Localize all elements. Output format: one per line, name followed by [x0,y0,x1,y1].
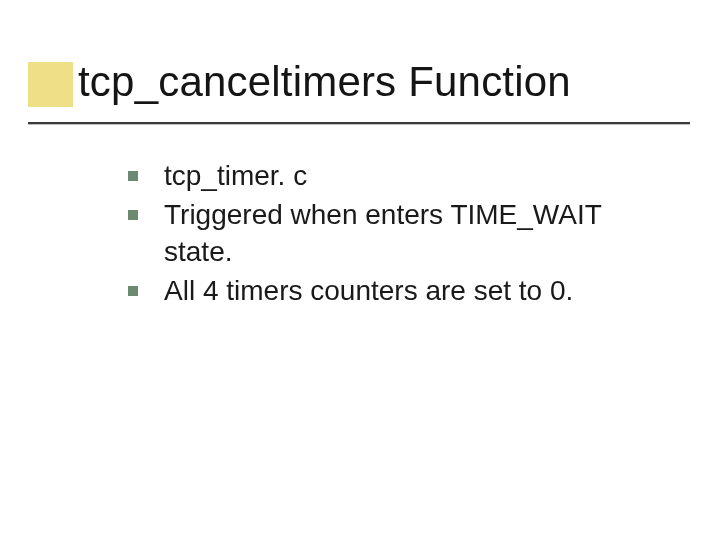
list-item-text: Triggered when enters TIME_WAIT state. [164,199,601,267]
bullet-list: tcp_timer. c Triggered when enters TIME_… [120,158,660,310]
slide-title: tcp_canceltimers Function [78,58,680,106]
square-bullet-icon [128,171,138,181]
slide: tcp_canceltimers Function tcp_timer. c T… [0,0,720,540]
list-item: Triggered when enters TIME_WAIT state. [120,197,660,271]
title-underline [28,122,690,124]
list-item: All 4 timers counters are set to 0. [120,273,660,310]
list-item-text: tcp_timer. c [164,160,307,191]
list-item-text: All 4 timers counters are set to 0. [164,275,573,306]
square-bullet-icon [128,286,138,296]
title-accent-box [28,62,73,107]
title-container: tcp_canceltimers Function [78,58,680,106]
square-bullet-icon [128,210,138,220]
list-item: tcp_timer. c [120,158,660,195]
body-content: tcp_timer. c Triggered when enters TIME_… [120,158,660,312]
